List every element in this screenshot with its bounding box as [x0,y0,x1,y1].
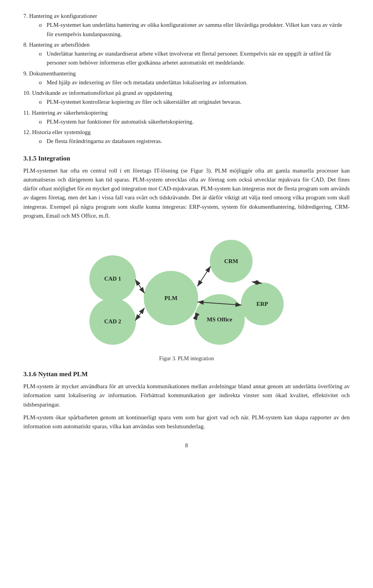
figure-caption: Figur 3. PLM integration [159,356,214,362]
item-12-num: 12. [23,129,31,135]
bubble-cad1: CAD 1 [89,255,136,302]
item-9-num: 9. [23,70,28,77]
bubble-msoffice: MS Office [194,294,245,345]
item-11-num: 11. [23,110,30,116]
item-8-num: 8. [23,42,28,48]
item-10-num: 10. [23,90,31,96]
item-12: 12. Historia eller systemlogg De flesta … [23,128,350,146]
item-7-num: 7. [23,13,28,19]
bubble-plm: PLM [144,271,198,325]
bubble-crm: CRM [210,240,253,283]
item-7-title: Hantering av konfigurationer [29,13,97,19]
bubble-erp: ERP [241,283,284,325]
item-10-title: Undvikande av informationsförlust på gru… [32,90,173,96]
figure-3: CAD 1 CAD 2 PLM CRM ERP MS Office [23,232,350,362]
item-8-sub-1: Underlättar hantering av standardiserat … [39,49,350,68]
numbered-list: 7. Hantering av konfigurationer PLM-syst… [23,12,350,146]
section-315-para-1: PLM-systemet har ofta en central roll i … [23,166,350,221]
item-11: 11. Hantering av säkerhetskopiering PLM-… [23,108,350,127]
item-12-sub-1: De flesta förändringarna av databasen re… [39,137,350,146]
item-9: 9. Dokumenthantering Med hjälp av indexe… [23,69,350,87]
section-315-heading: 3.1.5 Integration [23,155,350,162]
section-316-para-2: PLM-system ökar spårbarheten genom att k… [23,413,350,431]
svg-line-3 [135,308,145,321]
item-10: 10. Undvikande av informationsförlust på… [23,89,350,107]
item-12-title: Historia eller systemlogg [32,129,91,135]
item-10-sub-1: PLM-systemet kontrollerar kopiering av f… [39,98,350,106]
item-8: 8. Hantering av arbetsflöden Underlättar… [23,40,350,68]
item-7-sub-1: PLM-systemet kan underlätta hantering av… [39,21,350,39]
item-8-title: Hantering av arbetsflöden [29,42,90,48]
item-11-title: Hantering av säkerhetskopiering [32,110,108,116]
page-number: 8 [23,443,350,449]
item-11-sub-1: PLM-system har funktioner för automatisk… [39,117,350,126]
svg-line-2 [135,279,145,293]
main-content: 7. Hantering av konfigurationer PLM-syst… [23,12,350,431]
item-9-title: Dokumenthantering [29,70,76,77]
svg-line-4 [197,266,211,286]
diagram-wrapper: CAD 1 CAD 2 PLM CRM ERP MS Office [78,232,295,352]
section-316-para-1: PLM-system är mycket användbara för att … [23,382,350,409]
section-316-heading: 3.1.6 Nyttan med PLM [23,370,350,378]
bubble-cad2: CAD 2 [89,298,136,345]
item-9-sub-1: Med hjälp av indexering av filer och met… [39,78,350,87]
item-7: 7. Hantering av konfigurationer PLM-syst… [23,12,350,39]
